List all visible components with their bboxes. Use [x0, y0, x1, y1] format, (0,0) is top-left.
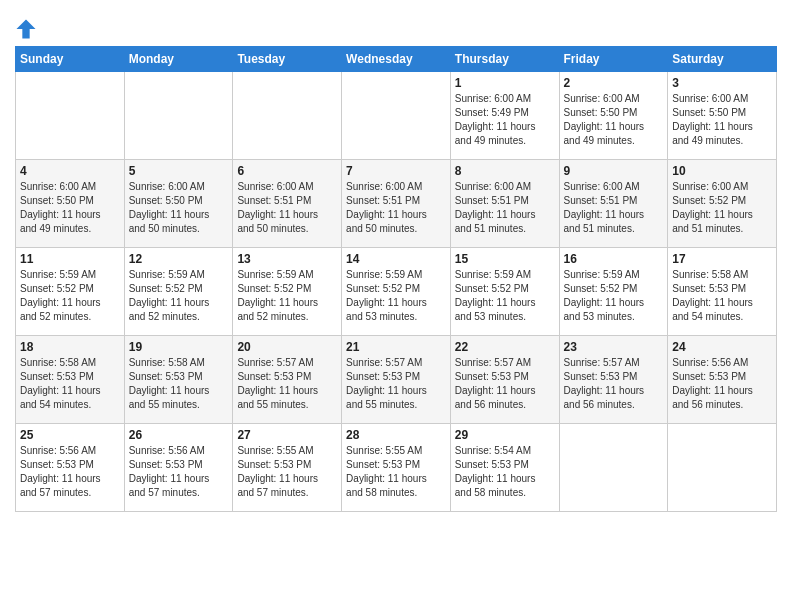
- calendar-cell: 11Sunrise: 5:59 AM Sunset: 5:52 PM Dayli…: [16, 248, 125, 336]
- calendar-cell: 8Sunrise: 6:00 AM Sunset: 5:51 PM Daylig…: [450, 160, 559, 248]
- calendar-cell: 15Sunrise: 5:59 AM Sunset: 5:52 PM Dayli…: [450, 248, 559, 336]
- day-number: 18: [20, 340, 120, 354]
- calendar-cell: 25Sunrise: 5:56 AM Sunset: 5:53 PM Dayli…: [16, 424, 125, 512]
- calendar-cell: 28Sunrise: 5:55 AM Sunset: 5:53 PM Dayli…: [342, 424, 451, 512]
- day-info: Sunrise: 5:58 AM Sunset: 5:53 PM Dayligh…: [672, 268, 772, 324]
- calendar-cell: 10Sunrise: 6:00 AM Sunset: 5:52 PM Dayli…: [668, 160, 777, 248]
- day-info: Sunrise: 5:59 AM Sunset: 5:52 PM Dayligh…: [455, 268, 555, 324]
- day-info: Sunrise: 5:59 AM Sunset: 5:52 PM Dayligh…: [237, 268, 337, 324]
- calendar-week-1: 1Sunrise: 6:00 AM Sunset: 5:49 PM Daylig…: [16, 72, 777, 160]
- day-info: Sunrise: 5:55 AM Sunset: 5:53 PM Dayligh…: [237, 444, 337, 500]
- day-number: 7: [346, 164, 446, 178]
- calendar-cell: [668, 424, 777, 512]
- calendar-cell: 17Sunrise: 5:58 AM Sunset: 5:53 PM Dayli…: [668, 248, 777, 336]
- day-info: Sunrise: 5:54 AM Sunset: 5:53 PM Dayligh…: [455, 444, 555, 500]
- day-info: Sunrise: 5:57 AM Sunset: 5:53 PM Dayligh…: [237, 356, 337, 412]
- column-header-monday: Monday: [124, 47, 233, 72]
- calendar-cell: 9Sunrise: 6:00 AM Sunset: 5:51 PM Daylig…: [559, 160, 668, 248]
- calendar-cell: 3Sunrise: 6:00 AM Sunset: 5:50 PM Daylig…: [668, 72, 777, 160]
- calendar-cell: 21Sunrise: 5:57 AM Sunset: 5:53 PM Dayli…: [342, 336, 451, 424]
- calendar-cell: 26Sunrise: 5:56 AM Sunset: 5:53 PM Dayli…: [124, 424, 233, 512]
- day-number: 22: [455, 340, 555, 354]
- calendar-cell: 1Sunrise: 6:00 AM Sunset: 5:49 PM Daylig…: [450, 72, 559, 160]
- day-number: 24: [672, 340, 772, 354]
- page-header: [15, 10, 777, 40]
- calendar-week-5: 25Sunrise: 5:56 AM Sunset: 5:53 PM Dayli…: [16, 424, 777, 512]
- day-info: Sunrise: 6:00 AM Sunset: 5:51 PM Dayligh…: [455, 180, 555, 236]
- logo-icon: [15, 18, 37, 40]
- day-info: Sunrise: 5:56 AM Sunset: 5:53 PM Dayligh…: [20, 444, 120, 500]
- calendar-cell: 29Sunrise: 5:54 AM Sunset: 5:53 PM Dayli…: [450, 424, 559, 512]
- calendar-cell: [124, 72, 233, 160]
- day-info: Sunrise: 6:00 AM Sunset: 5:50 PM Dayligh…: [20, 180, 120, 236]
- day-info: Sunrise: 5:57 AM Sunset: 5:53 PM Dayligh…: [455, 356, 555, 412]
- day-number: 16: [564, 252, 664, 266]
- day-number: 5: [129, 164, 229, 178]
- calendar-table: SundayMondayTuesdayWednesdayThursdayFrid…: [15, 46, 777, 512]
- day-number: 21: [346, 340, 446, 354]
- day-number: 11: [20, 252, 120, 266]
- day-number: 9: [564, 164, 664, 178]
- day-number: 3: [672, 76, 772, 90]
- calendar-cell: 16Sunrise: 5:59 AM Sunset: 5:52 PM Dayli…: [559, 248, 668, 336]
- day-number: 15: [455, 252, 555, 266]
- day-number: 14: [346, 252, 446, 266]
- day-info: Sunrise: 6:00 AM Sunset: 5:50 PM Dayligh…: [672, 92, 772, 148]
- day-number: 4: [20, 164, 120, 178]
- calendar-cell: 7Sunrise: 6:00 AM Sunset: 5:51 PM Daylig…: [342, 160, 451, 248]
- calendar-cell: 2Sunrise: 6:00 AM Sunset: 5:50 PM Daylig…: [559, 72, 668, 160]
- calendar-cell: 24Sunrise: 5:56 AM Sunset: 5:53 PM Dayli…: [668, 336, 777, 424]
- column-header-thursday: Thursday: [450, 47, 559, 72]
- calendar-cell: 27Sunrise: 5:55 AM Sunset: 5:53 PM Dayli…: [233, 424, 342, 512]
- day-number: 2: [564, 76, 664, 90]
- calendar-cell: 20Sunrise: 5:57 AM Sunset: 5:53 PM Dayli…: [233, 336, 342, 424]
- calendar-cell: [16, 72, 125, 160]
- column-header-tuesday: Tuesday: [233, 47, 342, 72]
- calendar-cell: 18Sunrise: 5:58 AM Sunset: 5:53 PM Dayli…: [16, 336, 125, 424]
- day-info: Sunrise: 6:00 AM Sunset: 5:51 PM Dayligh…: [346, 180, 446, 236]
- day-number: 20: [237, 340, 337, 354]
- calendar-week-3: 11Sunrise: 5:59 AM Sunset: 5:52 PM Dayli…: [16, 248, 777, 336]
- column-header-wednesday: Wednesday: [342, 47, 451, 72]
- day-number: 13: [237, 252, 337, 266]
- day-info: Sunrise: 6:00 AM Sunset: 5:50 PM Dayligh…: [129, 180, 229, 236]
- day-info: Sunrise: 5:56 AM Sunset: 5:53 PM Dayligh…: [672, 356, 772, 412]
- day-info: Sunrise: 5:59 AM Sunset: 5:52 PM Dayligh…: [346, 268, 446, 324]
- day-info: Sunrise: 6:00 AM Sunset: 5:49 PM Dayligh…: [455, 92, 555, 148]
- day-info: Sunrise: 6:00 AM Sunset: 5:51 PM Dayligh…: [564, 180, 664, 236]
- day-number: 23: [564, 340, 664, 354]
- day-info: Sunrise: 5:57 AM Sunset: 5:53 PM Dayligh…: [564, 356, 664, 412]
- day-info: Sunrise: 5:58 AM Sunset: 5:53 PM Dayligh…: [20, 356, 120, 412]
- day-number: 29: [455, 428, 555, 442]
- logo: [15, 18, 41, 40]
- calendar-cell: 19Sunrise: 5:58 AM Sunset: 5:53 PM Dayli…: [124, 336, 233, 424]
- day-number: 17: [672, 252, 772, 266]
- calendar-cell: 6Sunrise: 6:00 AM Sunset: 5:51 PM Daylig…: [233, 160, 342, 248]
- calendar-cell: 5Sunrise: 6:00 AM Sunset: 5:50 PM Daylig…: [124, 160, 233, 248]
- day-info: Sunrise: 5:58 AM Sunset: 5:53 PM Dayligh…: [129, 356, 229, 412]
- day-number: 27: [237, 428, 337, 442]
- day-number: 28: [346, 428, 446, 442]
- day-info: Sunrise: 6:00 AM Sunset: 5:52 PM Dayligh…: [672, 180, 772, 236]
- calendar-cell: 4Sunrise: 6:00 AM Sunset: 5:50 PM Daylig…: [16, 160, 125, 248]
- calendar-cell: 12Sunrise: 5:59 AM Sunset: 5:52 PM Dayli…: [124, 248, 233, 336]
- calendar-week-4: 18Sunrise: 5:58 AM Sunset: 5:53 PM Dayli…: [16, 336, 777, 424]
- calendar-cell: 23Sunrise: 5:57 AM Sunset: 5:53 PM Dayli…: [559, 336, 668, 424]
- day-number: 8: [455, 164, 555, 178]
- calendar-cell: 13Sunrise: 5:59 AM Sunset: 5:52 PM Dayli…: [233, 248, 342, 336]
- calendar-cell: [342, 72, 451, 160]
- calendar-cell: 22Sunrise: 5:57 AM Sunset: 5:53 PM Dayli…: [450, 336, 559, 424]
- calendar-cell: [559, 424, 668, 512]
- day-number: 6: [237, 164, 337, 178]
- calendar-cell: 14Sunrise: 5:59 AM Sunset: 5:52 PM Dayli…: [342, 248, 451, 336]
- day-info: Sunrise: 5:57 AM Sunset: 5:53 PM Dayligh…: [346, 356, 446, 412]
- column-header-saturday: Saturday: [668, 47, 777, 72]
- day-info: Sunrise: 5:59 AM Sunset: 5:52 PM Dayligh…: [20, 268, 120, 324]
- day-info: Sunrise: 6:00 AM Sunset: 5:51 PM Dayligh…: [237, 180, 337, 236]
- day-number: 1: [455, 76, 555, 90]
- day-info: Sunrise: 5:55 AM Sunset: 5:53 PM Dayligh…: [346, 444, 446, 500]
- day-info: Sunrise: 5:59 AM Sunset: 5:52 PM Dayligh…: [129, 268, 229, 324]
- calendar-header-row: SundayMondayTuesdayWednesdayThursdayFrid…: [16, 47, 777, 72]
- day-number: 19: [129, 340, 229, 354]
- column-header-friday: Friday: [559, 47, 668, 72]
